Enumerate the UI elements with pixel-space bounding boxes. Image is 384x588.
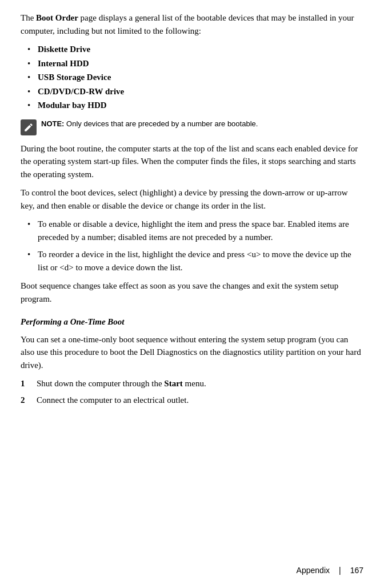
step-text: Connect the computer to an electrical ou… xyxy=(37,394,189,407)
step-number: 1 xyxy=(21,377,30,390)
page-number: 167 xyxy=(350,565,363,577)
sub-list-item: To reorder a device in the list, highlig… xyxy=(38,248,363,274)
step-1: 1 Shut down the computer through the Sta… xyxy=(21,377,363,390)
footer-section-label: Appendix xyxy=(297,565,330,577)
intro-paragraph: The Boot Order page displays a general l… xyxy=(21,11,363,37)
sub-bullet-list: To enable or disable a device, highlight… xyxy=(38,218,363,274)
numbered-steps: 1 Shut down the computer through the Sta… xyxy=(21,377,363,406)
list-item: USB Storage Device xyxy=(38,71,363,84)
note-box: NOTE: Only devices that are preceded by … xyxy=(21,119,363,135)
start-menu-term: Start xyxy=(164,379,183,388)
note-text: NOTE: Only devices that are preceded by … xyxy=(41,119,258,129)
boot-order-term: Boot Order xyxy=(36,13,78,22)
note-icon xyxy=(21,119,37,135)
sub-list-item: To enable or disable a device, highlight… xyxy=(38,218,363,243)
footer-separator: | xyxy=(339,565,341,577)
step-text: Shut down the computer through the Start… xyxy=(37,377,206,390)
paragraph-1: During the boot routine, the computer st… xyxy=(21,142,363,181)
page-footer: Appendix | 167 xyxy=(297,565,363,577)
device-list: Diskette Drive Internal HDD USB Storage … xyxy=(38,43,363,112)
list-item: Modular bay HDD xyxy=(38,99,363,112)
pencil-icon xyxy=(23,122,34,133)
paragraph-3: Boot sequence changes take effect as soo… xyxy=(21,279,363,305)
note-label: NOTE: xyxy=(41,119,64,128)
section-intro: You can set a one-time-only boot sequenc… xyxy=(21,333,363,372)
section-heading: Performing a One-Time Boot xyxy=(21,315,363,329)
step-number: 2 xyxy=(21,394,30,407)
list-item: Internal HDD xyxy=(38,57,363,70)
list-item: Diskette Drive xyxy=(38,43,363,56)
main-content: The Boot Order page displays a general l… xyxy=(21,11,363,406)
note-content: Only devices that are preceded by a numb… xyxy=(64,119,258,128)
step-2: 2 Connect the computer to an electrical … xyxy=(21,394,363,407)
paragraph-2: To control the boot devices, select (hig… xyxy=(21,186,363,212)
list-item: CD/DVD/CD-RW drive xyxy=(38,85,363,98)
